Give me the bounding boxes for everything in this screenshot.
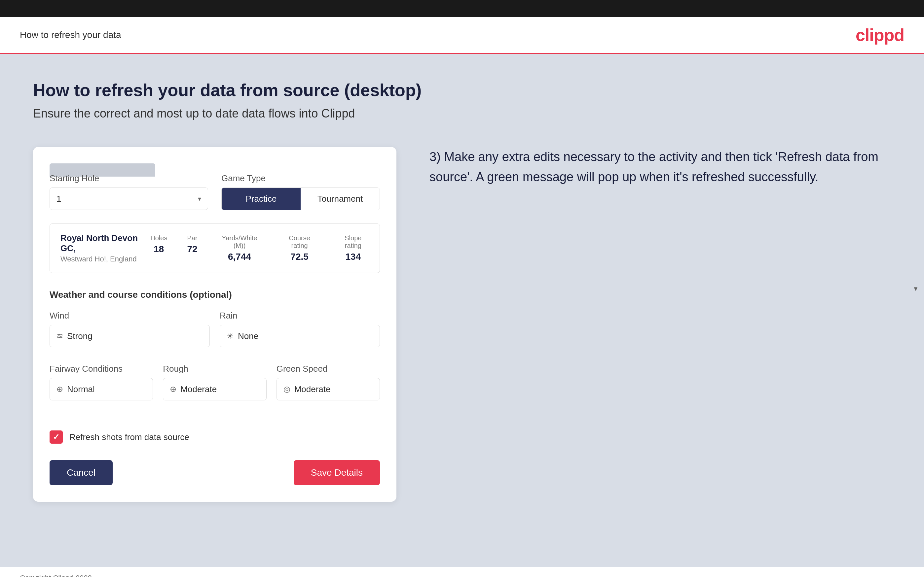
wind-icon: ≋ [57,331,63,341]
rain-arrow-icon: ▾ [914,285,918,292]
content-area: Starting Hole 1 ▾ Game Type Practice Tou… [33,147,891,502]
rain-select-wrapper[interactable]: ☀ None ▾ [220,325,380,347]
refresh-checkbox-label: Refresh shots from data source [69,432,189,442]
starting-hole-group: Starting Hole 1 ▾ [50,173,208,210]
rough-label: Rough [163,364,266,374]
course-info-box: Royal North Devon GC, Westward Ho!, Engl… [50,224,380,273]
divider [50,417,380,417]
stat-holes-value: 18 [153,244,164,254]
refresh-checkbox-row: ✓ Refresh shots from data source [50,430,380,444]
stat-holes-label: Holes [150,234,167,242]
fairway-select-wrapper[interactable]: ⊕ Normal ▾ [50,378,153,400]
course-stats: Holes 18 Par 72 Yards/White (M)) 6,744 C… [150,234,369,262]
form-row-top: Starting Hole 1 ▾ Game Type Practice Tou… [50,173,380,210]
top-bar [0,0,924,17]
save-details-button[interactable]: Save Details [294,460,380,485]
stat-par-label: Par [187,234,197,242]
game-type-buttons: Practice Tournament [221,187,380,210]
course-name-area: Royal North Devon GC, Westward Ho!, Engl… [60,233,150,263]
wind-group: Wind ≋ Strong ▾ [50,311,210,347]
refresh-checkbox[interactable]: ✓ [50,430,63,444]
rough-select-wrapper[interactable]: ⊕ Moderate ▾ [163,378,266,400]
stat-yards-label: Yards/White (M)) [217,234,262,250]
stat-slope-rating: Slope rating 134 [337,234,369,262]
rain-group: Rain ☀ None ▾ [220,311,380,347]
course-location: Westward Ho!, England [60,255,150,263]
form-panel: Starting Hole 1 ▾ Game Type Practice Tou… [33,147,396,502]
button-row: Cancel Save Details [50,460,380,485]
fairway-icon: ⊕ [57,385,63,394]
tournament-button[interactable]: Tournament [300,188,380,210]
wind-select[interactable]: Strong [67,325,203,347]
fairway-label: Fairway Conditions [50,364,153,374]
page-subheading: Ensure the correct and most up to date d… [33,106,891,121]
stat-course-rating: Course rating 72.5 [281,234,317,262]
stat-course-rating-label: Course rating [281,234,317,250]
wind-select-wrapper[interactable]: ≋ Strong ▾ [50,325,210,347]
fairway-select[interactable]: Normal [67,378,146,400]
stat-par: Par 72 [187,234,197,262]
side-text: 3) Make any extra edits necessary to the… [430,147,891,187]
starting-hole-label: Starting Hole [50,173,208,184]
conditions-wind-rain: Wind ≋ Strong ▾ Rain ☀ None [50,311,380,347]
side-description: 3) Make any extra edits necessary to the… [430,147,891,187]
stat-course-rating-value: 72.5 [291,251,309,262]
header-title: How to refresh your data [20,30,121,40]
stat-yards: Yards/White (M)) 6,744 [217,234,262,262]
starting-hole-select-wrapper[interactable]: 1 ▾ [50,187,208,210]
wind-label: Wind [50,311,210,321]
header: How to refresh your data clippd [0,17,924,54]
green-speed-select-wrapper[interactable]: ◎ Moderate ▾ [276,378,380,400]
wind-arrow-icon: ▾ [914,285,918,292]
stat-yards-value: 6,744 [228,251,251,262]
green-speed-group: Green Speed ◎ Moderate ▾ [276,364,380,400]
conditions-section-title: Weather and course conditions (optional) [50,290,380,300]
practice-button[interactable]: Practice [222,188,300,210]
game-type-group: Game Type Practice Tournament [221,173,380,210]
footer: Copyright Clippd 2022 [0,567,924,577]
course-name: Royal North Devon GC, [60,233,150,253]
fairway-group: Fairway Conditions ⊕ Normal ▾ [50,364,153,400]
stat-par-value: 72 [187,244,197,254]
rough-group: Rough ⊕ Moderate ▾ [163,364,266,400]
main-content: How to refresh your data from source (de… [0,54,924,567]
checkmark-icon: ✓ [53,432,60,442]
starting-hole-select[interactable]: 1 [50,188,208,210]
cancel-button[interactable]: Cancel [50,460,113,485]
stat-slope-rating-value: 134 [346,251,361,262]
rough-select[interactable]: Moderate [180,378,259,400]
page-heading: How to refresh your data from source (de… [33,80,891,100]
rough-icon: ⊕ [170,385,176,394]
stat-slope-rating-label: Slope rating [337,234,369,250]
rough-arrow-icon: ▾ [914,285,918,292]
rain-icon: ☀ [227,331,234,341]
rain-select[interactable]: None [238,325,373,347]
clippd-logo: clippd [856,25,904,45]
rain-label: Rain [220,311,380,321]
green-speed-icon: ◎ [283,385,291,394]
green-speed-label: Green Speed [276,364,380,374]
green-speed-select[interactable]: Moderate [294,378,373,400]
game-type-label: Game Type [221,173,380,184]
fairway-arrow-icon: ▾ [914,285,918,292]
footer-copyright: Copyright Clippd 2022 [20,574,92,577]
conditions-row-3: Fairway Conditions ⊕ Normal ▾ Rough ⊕ [50,364,380,400]
green-speed-arrow-icon: ▾ [914,285,918,292]
stat-holes: Holes 18 [150,234,167,262]
